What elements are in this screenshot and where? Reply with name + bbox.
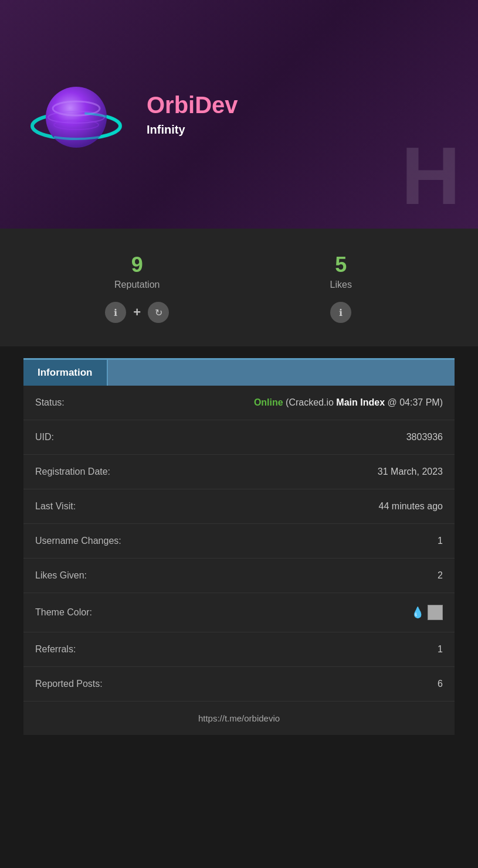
info-icon-right: ℹ — [339, 307, 343, 318]
reputation-stat: 9 Reputation ℹ + ↻ — [35, 252, 239, 323]
reputation-number: 9 — [131, 252, 143, 277]
information-tab: Information — [23, 360, 108, 386]
username-changes-label: Username Changes: — [35, 536, 121, 546]
stats-section: 9 Reputation ℹ + ↻ 5 Likes ℹ — [0, 229, 478, 346]
information-header: Information — [23, 358, 455, 386]
registration-date-value: 31 March, 2023 — [378, 467, 443, 477]
reported-posts-value: 6 — [438, 679, 443, 689]
droplet-icon: 💧 — [411, 606, 424, 619]
uid-row: UID: 3803936 — [23, 420, 455, 455]
refresh-icon: ↻ — [155, 307, 162, 318]
reputation-label: Reputation — [114, 280, 160, 290]
information-section: Information Status: Online (Cracked.io M… — [23, 358, 455, 735]
last-visit-value: 44 minutes ago — [379, 501, 443, 512]
registration-date-row: Registration Date: 31 March, 2023 — [23, 455, 455, 489]
likes-given-value: 2 — [438, 570, 443, 581]
likes-label: Likes — [330, 280, 352, 290]
last-visit-label: Last Visit: — [35, 501, 76, 512]
profile-banner: OrbiDev Infinity H — [0, 0, 478, 229]
status-value: Online (Cracked.io Main Index @ 04:37 PM… — [254, 397, 443, 408]
referrals-value: 1 — [438, 644, 443, 655]
banner-letter: H — [401, 135, 460, 217]
last-visit-row: Last Visit: 44 minutes ago — [23, 489, 455, 524]
reputation-add-button[interactable]: + — [133, 306, 141, 319]
referrals-row: Referrals: 1 — [23, 632, 455, 667]
likes-stat: 5 Likes ℹ — [239, 252, 443, 323]
reported-posts-label: Reported Posts: — [35, 679, 103, 689]
status-row: Status: Online (Cracked.io Main Index @ … — [23, 386, 455, 420]
status-online-text: Online — [254, 397, 283, 407]
info-table: Status: Online (Cracked.io Main Index @ … — [23, 386, 455, 701]
reported-posts-row: Reported Posts: 6 — [23, 667, 455, 701]
profile-info: OrbiDev Infinity — [147, 92, 238, 137]
reputation-info-button[interactable]: ℹ — [105, 302, 126, 323]
likes-given-label: Likes Given: — [35, 570, 87, 581]
registration-date-label: Registration Date: — [35, 467, 110, 477]
likes-actions: ℹ — [330, 302, 351, 323]
likes-info-button[interactable]: ℹ — [330, 302, 351, 323]
theme-color-value: 💧 — [411, 605, 443, 620]
reputation-actions: ℹ + ↻ — [105, 302, 169, 323]
status-label: Status: — [35, 397, 65, 408]
username-changes-row: Username Changes: 1 — [23, 524, 455, 559]
color-swatch — [428, 605, 443, 620]
likes-number: 5 — [335, 252, 347, 277]
username-changes-value: 1 — [438, 536, 443, 546]
plus-icon: + — [133, 305, 141, 319]
profile-rank: Infinity — [147, 123, 238, 137]
status-page-text: Main Index — [336, 397, 385, 407]
likes-given-row: Likes Given: 2 — [23, 559, 455, 593]
theme-color-row: Theme Color: 💧 — [23, 593, 455, 632]
telegram-link[interactable]: https://t.me/orbidevio — [198, 713, 280, 723]
referrals-label: Referrals: — [35, 644, 76, 655]
footer-link-container: https://t.me/orbidevio — [23, 701, 455, 735]
uid-value: 3803936 — [406, 432, 443, 442]
reputation-refresh-button[interactable]: ↻ — [148, 302, 169, 323]
status-time-text: @ 04:37 PM) — [388, 397, 443, 407]
profile-username: OrbiDev — [147, 92, 238, 118]
theme-color-label: Theme Color: — [35, 607, 92, 618]
uid-label: UID: — [35, 432, 54, 442]
status-location-text: (Cracked.io — [286, 397, 336, 407]
info-icon-left: ℹ — [114, 307, 117, 318]
avatar — [29, 67, 123, 161]
